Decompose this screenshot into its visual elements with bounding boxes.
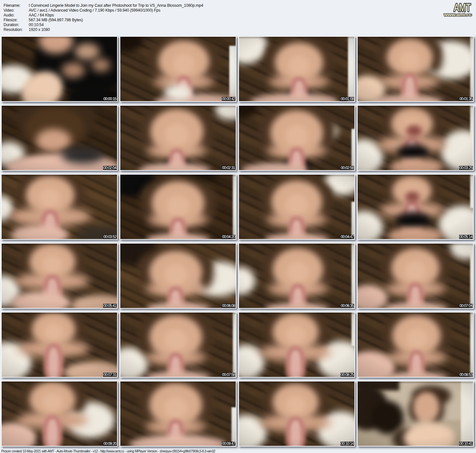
svg-text:www.amt.cc: www.amt.cc <box>443 12 472 17</box>
svg-text:AMT: AMT <box>454 2 471 14</box>
